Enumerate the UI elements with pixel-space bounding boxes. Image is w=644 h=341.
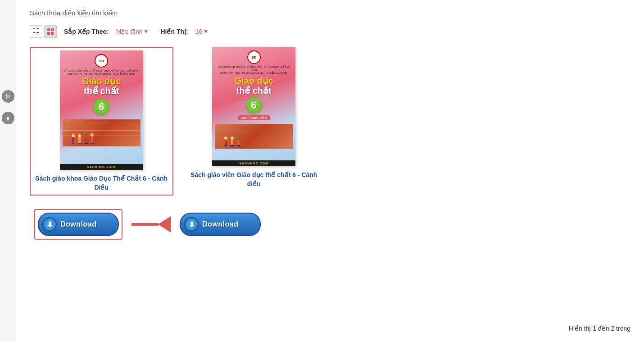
book-bottom-bar-1: SACHHOC.COM <box>60 164 143 170</box>
arrow-shape <box>132 216 171 232</box>
product-title-1: Sách giáo khoa Giáo Dục Thể Chất 6 - Cán… <box>33 174 170 192</box>
book-number-2: 6 <box>246 97 262 114</box>
book-cover-1: SĐ LÊ QUANG HIỆP (TỔNG CHỦ BIÊN) · ĐINH … <box>60 50 143 170</box>
download-icon-1: ⬇ <box>42 217 57 232</box>
book-logo-1: SĐ <box>95 54 108 68</box>
grid-view-button[interactable] <box>44 25 57 38</box>
download-icon-2: ⬇ <box>184 217 199 232</box>
pagination-info: Hiển thị 1 đến 2 trong <box>569 325 630 332</box>
product-image-wrapper-2: SĐ LÊ QUANG HIỆP (TỔNG CHỦ BIÊN) · ĐINH … <box>182 47 326 166</box>
list-icon <box>33 28 39 35</box>
product-image-wrapper-1: SĐ LÊ QUANG HIỆP (TỔNG CHỦ BIÊN) · ĐINH … <box>33 50 170 170</box>
product-card-1[interactable]: SĐ LÊ QUANG HIỆP (TỔNG CHỦ BIÊN) · ĐINH … <box>30 47 173 196</box>
page-title: Sách thỏa điều kiện tìm kiếm <box>30 9 630 17</box>
download-btn-wrapper-2: ⬇ Download <box>180 213 261 236</box>
download-label-1: Download <box>60 220 96 228</box>
book-logo-2: SĐ <box>247 50 261 64</box>
list-view-button[interactable] <box>30 25 42 38</box>
download-button-2[interactable]: ⬇ Download <box>180 213 261 236</box>
download-btn-wrapper-1: ⬇ Download <box>34 209 122 240</box>
grid-icon <box>47 28 54 35</box>
toolbar: Sắp Xếp Theo: Mặc định ▼ Hiển Thị: 16 ▼ <box>30 25 630 38</box>
sort-select-wrapper[interactable]: Mặc định ▼ <box>116 28 149 35</box>
book-number-1: 6 <box>93 99 109 115</box>
circle-icon[interactable]: ● <box>2 112 14 124</box>
book-authors-1: LÊ QUANG HIỆP (TỔNG CHỦ BIÊN) · ĐINH QUỲ… <box>64 69 139 75</box>
display-select-wrapper[interactable]: 16 ▼ <box>195 28 209 35</box>
left-sidebar: ⚙ ● <box>0 0 16 341</box>
arrow-indicator <box>132 216 171 232</box>
sort-label: Sắp Xếp Theo: <box>64 28 109 35</box>
view-toggle <box>30 25 57 38</box>
sort-value[interactable]: Mặc định <box>116 28 143 35</box>
products-grid: SĐ LÊ QUANG HIỆP (TỔNG CHỦ BIÊN) · ĐINH … <box>30 47 630 196</box>
download-button-1[interactable]: ⬇ Download <box>38 213 119 236</box>
book-authors-2: LÊ QUANG HIỆP (TỔNG CHỦ BIÊN) · ĐINH QUỲ… <box>215 66 293 75</box>
download-arrow-icon-1: ⬇ <box>47 220 53 229</box>
main-content: Sách thỏa điều kiện tìm kiếm Sắp Xếp The… <box>16 0 644 341</box>
display-value[interactable]: 16 <box>195 28 203 35</box>
settings-icon[interactable]: ⚙ <box>2 90 14 103</box>
page-wrapper: ⚙ ● Sách thỏa điều kiện tìm kiếm Sắp X <box>0 0 644 341</box>
product-card-2[interactable]: SĐ LÊ QUANG HIỆP (TỔNG CHỦ BIÊN) · ĐINH … <box>182 47 326 196</box>
display-chevron-icon: ▼ <box>203 28 209 35</box>
sort-chevron-icon: ▼ <box>144 28 149 35</box>
book-cover-2: SĐ LÊ QUANG HIỆP (TỔNG CHỦ BIÊN) · ĐINH … <box>212 47 295 166</box>
display-label: Hiển Thị: <box>160 28 188 35</box>
book-bottom-bar-2: SACHHOC.COM <box>212 160 295 166</box>
product-title-2: Sách giáo viên Giáo dục thể chất 6 - Cán… <box>182 171 326 188</box>
book-sgv-label: SÁCH GIÁO VIÊN <box>238 115 270 120</box>
download-section: ⬇ Download ⬇ <box>30 209 630 240</box>
download-arrow-icon-2: ⬇ <box>189 220 195 229</box>
download-label-2: Download <box>202 220 238 228</box>
